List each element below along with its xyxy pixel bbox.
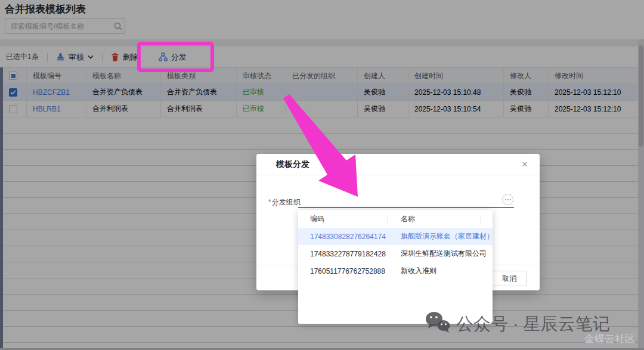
app-window: 合并报表模板列表 已选中1条 审核 [0,0,644,350]
org-code: 1748332278779182428 [298,250,401,258]
dropdown-name-header: 名称 [401,214,493,224]
column-divider [481,215,481,223]
column-divider [388,215,388,223]
ellipsis-picker-icon[interactable] [502,194,513,205]
org-code: 1760511776762752888 [298,267,401,275]
org-option[interactable]: 1748332278779182428 深圳生鲜配送测试有限公司 [298,245,493,262]
org-name: 新收入准则 [401,266,493,276]
org-dropdown-panel: 编码 名称 1748330828276264174 旗舰版演示账套（家居建材） … [298,210,493,324]
org-name: 深圳生鲜配送测试有限公司 [401,249,493,259]
org-option[interactable]: 1760511776762752888 新收入准则 [298,262,493,280]
org-name: 旗舰版演示账套（家居建材） [401,231,493,241]
distribute-org-label: *分发组织 [268,197,301,207]
org-code: 1748330828276264174 [298,233,401,241]
modal-header: 模板分发 × [256,154,540,175]
cancel-button[interactable]: 取消 [492,271,527,286]
modal-title: 模板分发 [276,159,522,170]
required-asterisk: * [268,198,271,206]
close-icon[interactable]: × [522,159,528,169]
dropdown-header-row: 编码 名称 [298,210,493,228]
dropdown-code-header: 编码 [298,214,401,224]
distribute-org-input[interactable] [298,191,514,208]
org-option[interactable]: 1748330828276264174 旗舰版演示账套（家居建材） [298,228,493,245]
